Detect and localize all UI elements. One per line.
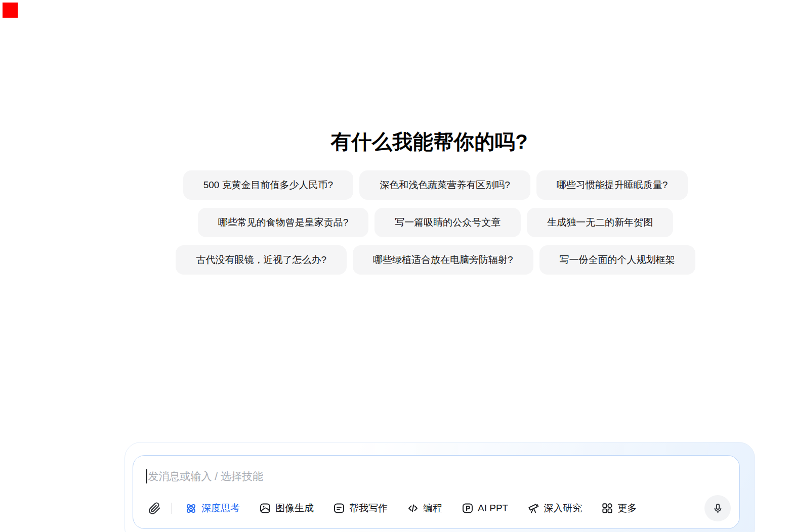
voice-input-button[interactable] (704, 495, 731, 521)
atom-icon (185, 502, 197, 515)
tool-label: 深入研究 (544, 502, 582, 515)
text-caret (146, 469, 147, 483)
page-title: 有什么我能帮你的吗? (34, 128, 791, 156)
suggestion-chip[interactable]: 古代没有眼镜，近视了怎么办? (176, 245, 347, 275)
composer-toolbar: 深度思考 图像生成 帮我写作 (148, 496, 637, 520)
grid-icon (601, 502, 613, 514)
tool-coding[interactable]: 编程 (407, 502, 442, 515)
tool-deep-research[interactable]: 深入研究 (527, 502, 582, 515)
tool-image-gen[interactable]: 图像生成 (259, 502, 314, 515)
microphone-icon (712, 502, 724, 515)
tool-label: 深度思考 (201, 502, 240, 515)
tool-label: AI PPT (478, 503, 508, 514)
tool-more[interactable]: 更多 (601, 502, 637, 515)
suggestion-chip[interactable]: 写一份全面的个人规划框架 (539, 245, 695, 275)
message-composer[interactable]: 发消息或输入 / 选择技能 深度思考 (133, 455, 740, 529)
image-icon (259, 502, 271, 514)
suggestion-chip[interactable]: 深色和浅色蔬菜营养有区别吗? (359, 170, 530, 200)
message-input[interactable]: 发消息或输入 / 选择技能 (146, 468, 263, 485)
chip-row-1: 500 克黄金目前值多少人民币? 深色和浅色蔬菜营养有区别吗? 哪些习惯能提升睡… (183, 170, 688, 200)
suggestion-chip[interactable]: 写一篇吸睛的公众号文章 (374, 208, 521, 237)
suggestion-chip[interactable]: 哪些习惯能提升睡眠质量? (536, 170, 688, 200)
suggestion-chips: 500 克黄金目前值多少人民币? 深色和浅色蔬菜营养有区别吗? 哪些习惯能提升睡… (40, 170, 791, 275)
chip-row-3: 古代没有眼镜，近视了怎么办? 哪些绿植适合放在电脑旁防辐射? 写一份全面的个人规… (176, 245, 695, 275)
suggestion-chip[interactable]: 哪些常见的食物曾是皇家贡品? (198, 208, 369, 237)
ppt-p-icon (462, 502, 474, 514)
input-placeholder: 发消息或输入 / 选择技能 (148, 469, 264, 483)
red-marker-square (3, 3, 18, 18)
tool-deep-think[interactable]: 深度思考 (185, 502, 240, 515)
paperclip-icon (148, 502, 161, 515)
toolbar-divider (171, 503, 172, 514)
chip-row-2: 哪些常见的食物曾是皇家贡品? 写一篇吸睛的公众号文章 生成独一无二的新年贺图 (198, 208, 674, 237)
tool-label: 更多 (617, 502, 637, 515)
tool-label: 帮我写作 (349, 502, 388, 515)
tool-write-help[interactable]: 帮我写作 (333, 502, 388, 515)
tool-label: 编程 (423, 502, 442, 515)
tool-label: 图像生成 (275, 502, 314, 515)
suggestion-chip[interactable]: 生成独一无二的新年贺图 (527, 208, 673, 237)
attach-button[interactable] (148, 502, 161, 515)
document-lines-icon (333, 502, 345, 514)
telescope-icon (527, 502, 539, 514)
suggestion-chip[interactable]: 哪些绿植适合放在电脑旁防辐射? (353, 245, 533, 275)
tool-ai-ppt[interactable]: AI PPT (462, 502, 508, 514)
code-icon (407, 502, 419, 514)
suggestion-chip[interactable]: 500 克黄金目前值多少人民币? (183, 170, 354, 200)
